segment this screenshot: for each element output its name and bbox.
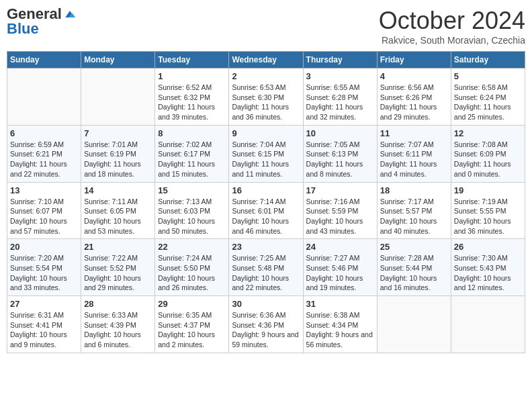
calendar-cell: 14Sunrise: 7:11 AMSunset: 6:05 PMDayligh…	[81, 182, 155, 239]
day-info: Sunrise: 7:17 AM	[380, 197, 448, 207]
calendar-cell: 5Sunrise: 6:58 AMSunset: 6:24 PMDaylight…	[451, 68, 525, 126]
day-info: Sunset: 6:30 PM	[232, 93, 300, 103]
day-number: 30	[232, 299, 300, 309]
day-info: Sunset: 5:48 PM	[232, 263, 300, 273]
calendar-cell: 17Sunrise: 7:16 AMSunset: 5:59 PMDayligh…	[303, 182, 377, 239]
day-info: Sunrise: 7:11 AM	[84, 197, 152, 207]
day-info: Sunset: 4:34 PM	[306, 320, 374, 330]
calendar-body: 1Sunrise: 6:52 AMSunset: 6:32 PMDaylight…	[7, 68, 525, 353]
day-info: Sunset: 6:28 PM	[306, 93, 374, 103]
calendar-cell	[451, 296, 525, 353]
day-info: Sunrise: 6:56 AM	[380, 83, 448, 93]
day-number: 11	[380, 128, 448, 138]
day-number: 20	[10, 242, 78, 252]
day-info: Daylight: 11 hours and 25 minutes.	[454, 102, 522, 122]
day-info: Sunrise: 7:30 AM	[454, 253, 522, 263]
calendar-cell: 31Sunrise: 6:38 AMSunset: 4:34 PMDayligh…	[303, 296, 377, 353]
calendar-cell	[7, 68, 81, 126]
calendar-weekday-header: Wednesday	[229, 52, 303, 68]
day-info: Sunrise: 7:13 AM	[158, 197, 226, 207]
day-info: Sunrise: 7:01 AM	[84, 140, 152, 150]
day-info: Daylight: 9 hours and 56 minutes.	[306, 330, 374, 349]
logo-blue-text: Blue	[7, 20, 39, 37]
day-info: Sunrise: 7:24 AM	[158, 253, 226, 263]
day-info: Sunset: 6:32 PM	[158, 93, 226, 103]
day-info: Sunset: 4:37 PM	[158, 320, 226, 330]
day-number: 1	[158, 71, 226, 81]
day-info: Sunrise: 6:33 AM	[84, 310, 152, 320]
logo-general-text: General	[7, 7, 62, 21]
day-info: Daylight: 11 hours and 15 minutes.	[158, 159, 226, 179]
calendar-cell: 15Sunrise: 7:13 AMSunset: 6:03 PMDayligh…	[155, 182, 229, 239]
location-subtitle: Rakvice, South Moravian, Czechia	[379, 35, 525, 46]
day-info: Sunset: 5:55 PM	[454, 206, 522, 216]
day-number: 29	[158, 299, 226, 309]
day-info: Daylight: 11 hours and 0 minutes.	[454, 159, 522, 179]
day-info: Daylight: 10 hours and 43 minutes.	[306, 216, 374, 236]
calendar-cell: 7Sunrise: 7:01 AMSunset: 6:19 PMDaylight…	[81, 125, 155, 182]
day-info: Daylight: 11 hours and 39 minutes.	[158, 102, 226, 122]
day-info: Sunrise: 6:52 AM	[158, 83, 226, 93]
day-info: Daylight: 10 hours and 9 minutes.	[10, 330, 78, 349]
day-number: 24	[306, 242, 374, 252]
day-number: 28	[84, 299, 152, 309]
day-number: 14	[84, 185, 152, 195]
calendar-cell: 25Sunrise: 7:28 AMSunset: 5:44 PMDayligh…	[377, 239, 451, 296]
day-info: Daylight: 11 hours and 11 minutes.	[232, 159, 300, 179]
day-info: Sunset: 6:05 PM	[84, 206, 152, 216]
day-info: Sunset: 5:44 PM	[380, 263, 448, 273]
calendar-cell	[377, 296, 451, 353]
calendar-cell: 30Sunrise: 6:36 AMSunset: 4:36 PMDayligh…	[229, 296, 303, 353]
day-info: Sunset: 6:03 PM	[158, 206, 226, 216]
day-info: Sunrise: 6:53 AM	[232, 83, 300, 93]
day-info: Sunset: 5:46 PM	[306, 263, 374, 273]
day-number: 31	[306, 299, 374, 309]
calendar-cell: 13Sunrise: 7:10 AMSunset: 6:07 PMDayligh…	[7, 182, 81, 239]
calendar-week-row: 13Sunrise: 7:10 AMSunset: 6:07 PMDayligh…	[7, 182, 525, 239]
day-info: Sunset: 6:07 PM	[10, 206, 78, 216]
day-info: Sunrise: 7:10 AM	[10, 197, 78, 207]
day-info: Daylight: 10 hours and 29 minutes.	[84, 273, 152, 293]
day-info: Daylight: 10 hours and 2 minutes.	[158, 330, 226, 349]
calendar-header-row: SundayMondayTuesdayWednesdayThursdayFrid…	[7, 52, 525, 68]
day-info: Sunrise: 6:55 AM	[306, 83, 374, 93]
day-info: Daylight: 10 hours and 50 minutes.	[158, 216, 226, 236]
day-info: Sunset: 6:13 PM	[306, 149, 374, 159]
day-info: Daylight: 10 hours and 12 minutes.	[454, 273, 522, 293]
day-number: 15	[158, 185, 226, 195]
day-info: Sunrise: 7:14 AM	[232, 197, 300, 207]
calendar-cell: 29Sunrise: 6:35 AMSunset: 4:37 PMDayligh…	[155, 296, 229, 353]
day-number: 6	[10, 128, 78, 138]
day-number: 27	[10, 299, 78, 309]
day-info: Sunset: 4:41 PM	[10, 320, 78, 330]
calendar-weekday-header: Friday	[377, 52, 451, 68]
day-number: 8	[158, 128, 226, 138]
day-info: Sunrise: 7:08 AM	[454, 140, 522, 150]
day-info: Daylight: 11 hours and 18 minutes.	[84, 159, 152, 179]
day-info: Sunrise: 6:36 AM	[232, 310, 300, 320]
day-info: Sunrise: 7:02 AM	[158, 140, 226, 150]
calendar-cell: 21Sunrise: 7:22 AMSunset: 5:52 PMDayligh…	[81, 239, 155, 296]
month-title: October 2024	[379, 7, 525, 35]
day-number: 26	[454, 242, 522, 252]
calendar-cell: 2Sunrise: 6:53 AMSunset: 6:30 PMDaylight…	[229, 68, 303, 126]
calendar-week-row: 27Sunrise: 6:31 AMSunset: 4:41 PMDayligh…	[7, 296, 525, 353]
day-number: 12	[454, 128, 522, 138]
day-number: 9	[232, 128, 300, 138]
calendar-cell: 10Sunrise: 7:05 AMSunset: 6:13 PMDayligh…	[303, 125, 377, 182]
page-header: General Blue October 2024 Rakvice, South…	[7, 7, 525, 46]
calendar-cell: 27Sunrise: 6:31 AMSunset: 4:41 PMDayligh…	[7, 296, 81, 353]
day-number: 10	[306, 128, 374, 138]
calendar-cell: 11Sunrise: 7:07 AMSunset: 6:11 PMDayligh…	[377, 125, 451, 182]
calendar-cell: 1Sunrise: 6:52 AMSunset: 6:32 PMDaylight…	[155, 68, 229, 126]
day-number: 5	[454, 71, 522, 81]
day-info: Sunrise: 7:16 AM	[306, 197, 374, 207]
day-info: Daylight: 10 hours and 6 minutes.	[84, 330, 152, 349]
day-info: Sunset: 6:11 PM	[380, 149, 448, 159]
day-info: Sunrise: 7:04 AM	[232, 140, 300, 150]
day-info: Daylight: 11 hours and 36 minutes.	[232, 102, 300, 122]
day-info: Sunset: 6:26 PM	[380, 93, 448, 103]
calendar-cell: 12Sunrise: 7:08 AMSunset: 6:09 PMDayligh…	[451, 125, 525, 182]
calendar-cell: 19Sunrise: 7:19 AMSunset: 5:55 PMDayligh…	[451, 182, 525, 239]
day-info: Sunset: 6:01 PM	[232, 206, 300, 216]
